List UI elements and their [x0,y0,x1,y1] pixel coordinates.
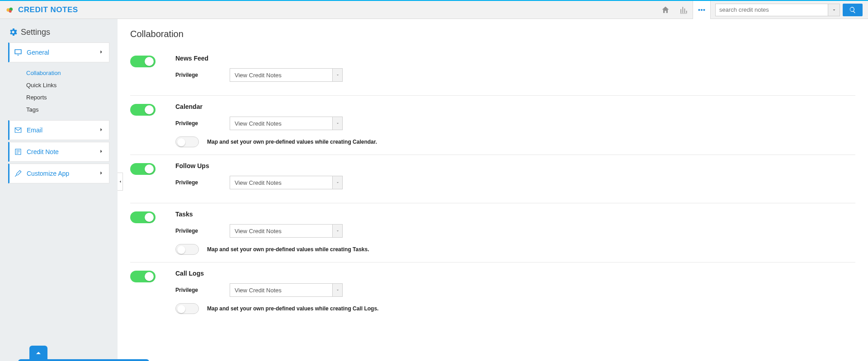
toggle-follow-ups[interactable] [130,163,156,175]
more-icon[interactable] [693,1,711,19]
toggle-tasks[interactable] [130,211,156,223]
section-title: News Feed [175,55,855,62]
select-value: View Credit Notes [230,287,332,294]
privilege-select-tasks[interactable]: View Credit Notes [230,224,343,238]
section-tasks: Tasks Privilege View Credit Notes Map an… [130,203,855,263]
sidebar-title: Settings [8,27,109,37]
privilege-label: Privilege [175,228,230,234]
map-desc-calendar: Map and set your own pre-defined values … [207,139,377,145]
privilege-label: Privilege [175,120,230,127]
collapse-sidebar-button[interactable] [118,173,123,191]
section-title: Follow Ups [175,162,855,169]
topbar: CREDIT NOTES [0,0,868,19]
note-icon [14,148,22,156]
nav-head-credit-note[interactable]: Credit Note [9,142,109,161]
search-input[interactable] [715,4,828,16]
nav-sub-quick-links[interactable]: Quick Links [26,79,109,91]
page-title: Collaboration [130,29,855,39]
dropdown-arrow-icon [332,117,342,130]
section-title: Call Logs [175,270,855,277]
sidebar-title-text: Settings [21,28,50,37]
scroll-top-button[interactable] [29,346,47,361]
svg-rect-6 [15,50,21,54]
privilege-select-calendar[interactable]: View Credit Notes [230,117,343,130]
svg-point-3 [698,9,700,10]
nav-head-customize[interactable]: Customize App [9,164,109,183]
select-value: View Credit Notes [230,72,332,79]
section-call-logs: Call Logs Privilege View Credit Notes Ma… [130,263,855,321]
nav-head-email[interactable]: Email [9,121,109,140]
nav-sub-reports[interactable]: Reports [26,91,109,103]
nav-label-customize: Customize App [27,170,69,177]
svg-point-5 [703,9,705,10]
nav-label-credit-note: Credit Note [27,148,59,155]
app-title: CREDIT NOTES [18,5,78,14]
toggle-calendar[interactable] [130,104,156,116]
toggle-news-feed[interactable] [130,56,156,67]
mail-icon [14,126,22,134]
section-title: Tasks [175,211,855,218]
privilege-label: Privilege [175,287,230,293]
search-button[interactable] [843,4,863,16]
dropdown-arrow-icon [332,225,342,237]
toggle-map-tasks[interactable] [175,244,199,255]
dropdown-arrow-icon [332,284,342,296]
nav-section-general: General [8,42,109,62]
home-icon[interactable] [656,1,675,19]
toggle-map-call-logs[interactable] [175,303,199,314]
svg-point-2 [9,10,12,13]
nav-sub-tags[interactable]: Tags [26,103,109,116]
app-logo-icon [5,6,15,14]
main-content: Collaboration News Feed Privilege View C… [118,19,868,361]
nav-section-customize: Customize App [8,164,109,183]
dropdown-arrow-icon [332,176,342,189]
section-title: Calendar [175,103,855,110]
privilege-label: Privilege [175,72,230,78]
monitor-icon [14,48,22,56]
select-value: View Credit Notes [230,179,332,186]
privilege-select-follow-ups[interactable]: View Credit Notes [230,176,343,189]
nav-head-general[interactable]: General [9,43,109,62]
privilege-label: Privilege [175,179,230,186]
map-desc-tasks: Map and set your own pre-defined values … [207,246,369,253]
nav-label-email: Email [27,127,42,134]
nav-section-credit-note: Credit Note [8,142,109,162]
svg-point-4 [701,9,703,10]
search-wrap [715,4,863,16]
chevron-right-icon [98,170,104,178]
dropdown-arrow-icon [332,69,342,81]
map-desc-call-logs: Map and set your own pre-defined values … [207,305,378,312]
nav-label-general: General [27,49,49,56]
search-dropdown-button[interactable] [828,4,840,16]
toggle-call-logs[interactable] [130,271,156,282]
chevron-right-icon [98,127,104,134]
select-value: View Credit Notes [230,228,332,234]
select-value: View Credit Notes [230,120,332,127]
stats-icon[interactable] [675,1,693,19]
privilege-select-news-feed[interactable]: View Credit Notes [230,68,343,82]
section-news-feed: News Feed Privilege View Credit Notes [130,47,855,96]
section-calendar: Calendar Privilege View Credit Notes Map… [130,96,855,155]
sidebar: Settings General Collaboration Quick Lin… [0,19,118,361]
section-follow-ups: Follow Ups Privilege View Credit Notes [130,155,855,203]
privilege-select-call-logs[interactable]: View Credit Notes [230,283,343,297]
nav-section-email: Email [8,120,109,140]
tools-icon [14,169,22,178]
chevron-right-icon [98,49,104,56]
nav-sub-collaboration[interactable]: Collaboration [26,67,109,79]
chevron-right-icon [98,148,104,156]
toggle-map-calendar[interactable] [175,136,199,147]
nav-sublist-general: Collaboration Quick Links Reports Tags [8,64,109,120]
